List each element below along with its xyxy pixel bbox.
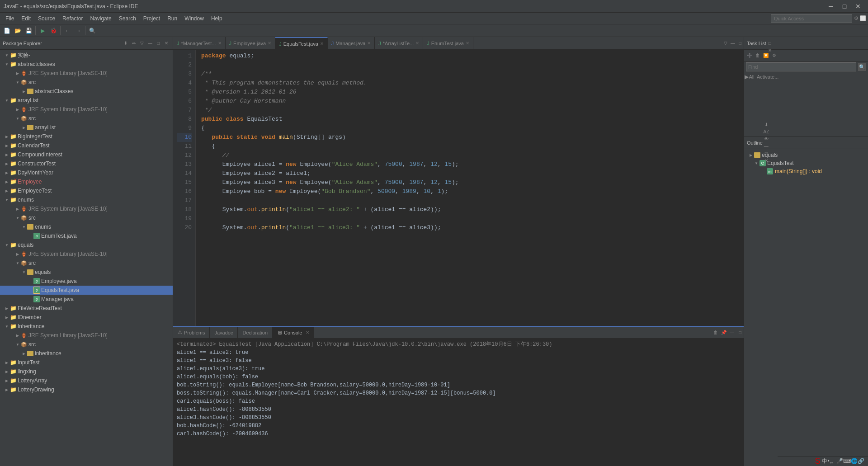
outline-hide-icon[interactable]: 👁 [763,136,770,143]
find-input[interactable] [746,62,856,71]
console-pin-icon[interactable]: 📌 [720,329,727,336]
close-button[interactable]: ✕ [852,2,864,11]
tree-src-inheritance[interactable]: 📦 src [0,340,173,349]
tree-project-daymonthyear[interactable]: 📁 DayMonthYear [0,168,173,177]
tab-employee[interactable]: J Employee.java ✕ [226,37,276,50]
task-activate-btn[interactable]: Activate... [757,74,778,80]
find-search-icon[interactable]: 🔍 [858,63,866,71]
link-with-editor-icon[interactable]: ⇔ [130,40,137,47]
tree-project-lotteryarray[interactable]: 📁 LotteryArray [0,376,173,385]
tree-pkg-abstractclasses[interactable]: abstractClasses [0,87,173,96]
run-btn[interactable]: ▶ [38,26,47,36]
tree-jre-enums[interactable]: 🏺 JRE System Library [JavaSE-10] [0,204,173,213]
tab-javadoc[interactable]: Javadoc [210,327,238,339]
tree-file-employee-java[interactable]: J Employee.java [0,277,173,286]
tree-project-compound[interactable]: 📁 CompoundInterest [0,150,173,159]
tree-project-constructor[interactable]: 📁 ConstructorTest [0,159,173,168]
tree-file-equalstest-java[interactable]: J EqualsTest.java [0,286,173,295]
editor-maximize-icon[interactable]: □ [736,40,744,47]
menu-help[interactable]: Help [208,13,226,24]
tree-project-inheritance[interactable]: 📁 Inheritance [0,322,173,331]
editor-minimize-icon[interactable]: — [729,40,736,47]
outline-item-equals[interactable]: equals [744,151,868,159]
tab-close-icon[interactable]: ✕ [367,41,371,46]
tree-project-employeetest[interactable]: 📁 EmployeeTest [0,186,173,195]
task-filter-icon[interactable]: 🔽 [762,52,769,59]
console-clear-icon[interactable]: 🗑 [712,329,719,336]
tree-project-lingxing[interactable]: 📁 lingxing [0,367,173,376]
code-content[interactable]: package equals; /** * This program demon… [196,50,744,326]
save-btn[interactable]: 💾 [24,26,33,36]
tree-project-idnember[interactable]: 📁 IDnember [0,313,173,322]
collapse-all-icon[interactable]: ⬇ [122,40,129,47]
debug-btn[interactable]: 🐞 [48,26,58,36]
console-minimize-icon[interactable]: — [728,329,736,336]
tree-project-shiyan[interactable]: 📁 实验- [0,51,173,60]
tree-jre-equals[interactable]: 🏺 JRE System Library [JavaSE-10] [0,249,173,259]
tab-enumtest[interactable]: J EnumTest.java ✕ [423,37,473,50]
minimize-button[interactable]: ─ [825,2,837,11]
tree-pkg-equals[interactable]: equals [0,268,173,277]
menu-refactor[interactable]: Refactor [59,13,86,24]
close-view-icon[interactable]: ✕ [163,40,170,47]
tab-close-icon[interactable]: ✕ [268,41,271,46]
tab-console[interactable]: 🖥 Console ✕ [273,327,314,339]
minimize-view-icon[interactable]: — [146,40,154,47]
task-all-btn[interactable]: ▶ All [746,73,753,80]
outline-collapse-icon[interactable]: ⬇ [763,121,770,128]
tab-manager[interactable]: J Manager.java ✕ [328,37,375,50]
tree-project-inputtest[interactable]: 📁 InputTest [0,358,173,367]
tree-project-enums[interactable]: 📁 enums [0,195,173,204]
menu-project[interactable]: Project [140,13,164,24]
outline-sort-icon[interactable]: AZ [763,128,770,136]
outline-item-equalstest[interactable]: C EqualsTest [744,159,868,167]
tab-arraylisttest[interactable]: J *ArrayListTe... ✕ [375,37,423,50]
tree-pkg-inheritance[interactable]: inheritance [0,349,173,358]
menu-navigate[interactable]: Navigate [86,13,115,24]
tree-src-enums[interactable]: 📦 src [0,213,173,222]
task-settings-icon[interactable]: ⚙ [770,52,778,59]
maximize-button[interactable]: □ [838,2,851,11]
tab-close-icon[interactable]: ✕ [320,41,324,46]
tree-project-biginteger[interactable]: 📁 BigIntegerTest [0,132,173,141]
tree-project-arraylist[interactable]: 📁 arrayList [0,96,173,105]
view-menu-icon[interactable]: ▽ [138,40,146,47]
tree-project-lotterydrawing[interactable]: 📁 LotteryDrawing [0,385,173,394]
menu-source[interactable]: Source [34,13,59,24]
tree-src-abstractclasses[interactable]: 📦 src [0,78,173,87]
menu-search[interactable]: Search [115,13,140,24]
tree-src-arraylist[interactable]: 📦 src [0,114,173,123]
task-add-icon[interactable]: ➕ [746,52,753,59]
task-delete-icon[interactable]: 🗑 [754,52,761,59]
maximize-view-icon[interactable]: □ [155,40,162,47]
search-btn[interactable]: 🔍 [87,26,97,36]
next-edit-btn[interactable]: → [73,26,83,36]
tree-pkg-arraylist[interactable]: arrayList [0,123,173,132]
tab-equalstest[interactable]: J EqualsTest.java ✕ [275,37,328,50]
quick-access-input[interactable] [771,14,852,23]
tab-close-icon[interactable]: ✕ [466,41,469,46]
menu-run[interactable]: Run [164,13,181,24]
package-explorer-tree[interactable]: 📁 实验- 📁 abstractclasses 🏺 JRE System Lib… [0,50,173,466]
tree-project-equals[interactable]: 📁 equals [0,240,173,249]
prev-edit-btn[interactable]: ← [62,26,72,36]
console-maximize-icon[interactable]: □ [736,329,744,336]
editor-tab-menu-icon[interactable]: ▽ [722,40,729,47]
tree-src-equals[interactable]: 📦 src [0,259,173,268]
tree-project-abstractclasses[interactable]: 📁 abstractclasses [0,60,173,69]
tree-jre-abstractclasses[interactable]: 🏺 JRE System Library [JavaSE-10] [0,69,173,78]
menu-file[interactable]: File [2,13,18,24]
tab-close-icon[interactable]: ✕ [415,41,419,46]
tab-managertest[interactable]: J *ManagerTest... ✕ [173,37,226,50]
tree-pkg-enums[interactable]: enums [0,222,173,231]
new-btn[interactable]: 📄 [2,26,12,36]
tree-file-manager-java[interactable]: J Manager.java [0,295,173,304]
tab-close-console-icon[interactable]: ✕ [306,330,309,335]
menu-edit[interactable]: Edit [18,13,34,24]
task-list-maximize[interactable]: □ [766,40,774,47]
tree-project-employee[interactable]: 📁✕ Employee [0,177,173,186]
tree-project-filewrite[interactable]: 📁 FileWriteReadTest [0,304,173,313]
outline-item-main[interactable]: m main(String[]) : void [744,167,868,175]
open-btn[interactable]: 📂 [13,26,23,36]
tree-file-enumtest[interactable]: J EnumTest.java [0,231,173,240]
